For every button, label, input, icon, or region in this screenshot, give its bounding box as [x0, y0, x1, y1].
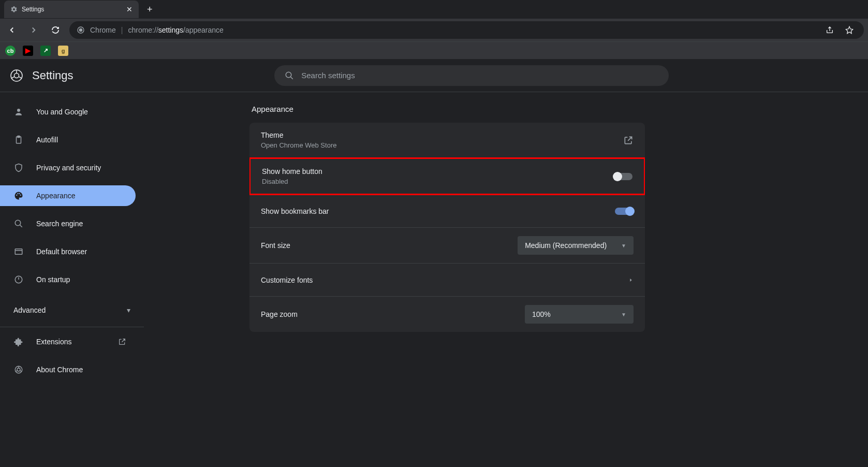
- sidebar-item-search-engine[interactable]: Search engine: [0, 213, 136, 234]
- close-icon[interactable]: ✕: [126, 5, 133, 13]
- chrome-icon: [10, 69, 23, 82]
- person-icon: [13, 107, 24, 116]
- svg-point-3: [14, 73, 19, 78]
- bookmark-item[interactable]: g: [58, 46, 68, 56]
- page-title: Settings: [32, 69, 73, 82]
- svg-point-8: [15, 220, 21, 226]
- omnibox-divider: |: [121, 26, 123, 34]
- bookmark-item[interactable]: [23, 46, 33, 56]
- chevron-right-icon: [628, 276, 634, 284]
- browser-tab-strip: Settings ✕ +: [0, 0, 868, 19]
- sidebar-item-on-startup[interactable]: On startup: [0, 269, 136, 290]
- search-icon: [285, 71, 294, 80]
- new-tab-button[interactable]: +: [147, 4, 153, 15]
- settings-logo: Settings: [10, 69, 73, 82]
- svg-rect-9: [15, 249, 22, 255]
- row-title: Show home button: [262, 167, 322, 176]
- sidebar-item-label: Default browser: [36, 247, 87, 256]
- settings-main: Appearance Theme Open Chrome Web Store S…: [144, 92, 868, 467]
- sidebar-item-you-and-google[interactable]: You and Google: [0, 101, 136, 122]
- row-title: Page zoom: [261, 310, 298, 318]
- browser-icon: [13, 247, 24, 256]
- bookmark-item[interactable]: ↗: [40, 46, 51, 56]
- theme-row[interactable]: Theme Open Chrome Web Store: [249, 123, 645, 158]
- select-value: 100%: [532, 310, 551, 318]
- shield-icon: [13, 163, 24, 172]
- sidebar-item-extensions[interactable]: Extensions: [0, 331, 136, 352]
- address-bar[interactable]: Chrome | chrome://settings/appearance: [69, 21, 864, 39]
- sidebar-item-appearance[interactable]: Appearance: [0, 185, 136, 206]
- svg-point-5: [17, 109, 20, 112]
- url-text: chrome://settings/appearance: [128, 26, 223, 34]
- sidebar-item-label: Search engine: [36, 220, 83, 228]
- launch-icon: [118, 338, 126, 346]
- appearance-card: Theme Open Chrome Web Store Show home bu…: [249, 123, 645, 332]
- home-button-toggle[interactable]: [614, 173, 632, 180]
- sidebar-item-label: On startup: [36, 275, 70, 284]
- search-input[interactable]: [301, 71, 658, 80]
- customize-fonts-row[interactable]: Customize fonts: [249, 264, 645, 297]
- search-icon: [13, 219, 24, 228]
- chevron-down-icon: ▾: [127, 306, 130, 314]
- browser-tab[interactable]: Settings ✕: [4, 1, 139, 18]
- chevron-down-icon: ▼: [621, 243, 626, 249]
- row-subtitle: Open Chrome Web Store: [261, 141, 336, 149]
- font-size-row: Font size Medium (Recommended) ▼: [249, 228, 645, 264]
- bookmarks-bar-toggle[interactable]: [615, 208, 634, 215]
- launch-icon: [623, 135, 634, 145]
- chrome-icon: [13, 365, 24, 374]
- share-icon[interactable]: [822, 23, 837, 37]
- browser-toolbar: Chrome | chrome://settings/appearance: [0, 19, 868, 41]
- sidebar-item-label: Privacy and security: [36, 164, 101, 172]
- sidebar-divider: [0, 327, 144, 327]
- row-subtitle: Disabled: [262, 178, 322, 185]
- row-title: Customize fonts: [261, 276, 313, 284]
- bookmarks-bar: cb ↗ g: [0, 41, 868, 59]
- sidebar-item-label: You and Google: [36, 108, 88, 116]
- back-button[interactable]: [4, 22, 20, 38]
- sidebar-advanced-toggle[interactable]: Advanced ▾: [0, 297, 144, 323]
- sidebar-item-label: Appearance: [36, 192, 76, 200]
- bookmark-item[interactable]: cb: [5, 46, 16, 56]
- show-home-button-row: Show home button Disabled: [249, 157, 645, 195]
- tab-title: Settings: [22, 6, 44, 13]
- sidebar-item-about[interactable]: About Chrome: [0, 359, 136, 380]
- bookmark-star-icon[interactable]: [842, 23, 857, 37]
- row-title: Theme: [261, 131, 336, 139]
- settings-sidebar: You and Google Autofill Privacy and secu…: [0, 92, 144, 467]
- forward-button[interactable]: [26, 22, 41, 38]
- power-icon: [13, 275, 24, 284]
- sidebar-item-label: Extensions: [36, 338, 71, 346]
- page-zoom-row: Page zoom 100% ▼: [249, 297, 645, 332]
- sidebar-item-label: About Chrome: [36, 366, 83, 374]
- reload-button[interactable]: [48, 22, 63, 38]
- select-value: Medium (Recommended): [525, 241, 607, 250]
- advanced-label: Advanced: [13, 306, 46, 314]
- gear-icon: [10, 6, 18, 13]
- show-bookmarks-bar-row: Show bookmarks bar: [249, 195, 645, 228]
- palette-icon: [13, 191, 24, 200]
- page-zoom-select[interactable]: 100% ▼: [525, 305, 634, 324]
- sidebar-item-autofill[interactable]: Autofill: [0, 129, 136, 150]
- svg-point-1: [79, 28, 82, 31]
- settings-header: Settings: [0, 59, 868, 92]
- font-size-select[interactable]: Medium (Recommended) ▼: [518, 236, 634, 255]
- sidebar-item-default-browser[interactable]: Default browser: [0, 241, 136, 262]
- sidebar-item-privacy[interactable]: Privacy and security: [0, 157, 136, 178]
- row-title: Show bookmarks bar: [261, 207, 329, 215]
- svg-rect-7: [18, 136, 20, 138]
- sidebar-item-label: Autofill: [36, 136, 58, 144]
- section-title: Appearance: [249, 105, 645, 113]
- extensions-icon: [13, 337, 24, 346]
- site-label: Chrome: [90, 26, 116, 34]
- clipboard-icon: [13, 135, 24, 144]
- row-title: Font size: [261, 241, 290, 250]
- svg-point-4: [286, 72, 292, 78]
- site-info-icon[interactable]: [77, 26, 85, 34]
- chevron-down-icon: ▼: [621, 312, 626, 317]
- search-settings[interactable]: [274, 65, 669, 86]
- svg-point-12: [17, 368, 20, 371]
